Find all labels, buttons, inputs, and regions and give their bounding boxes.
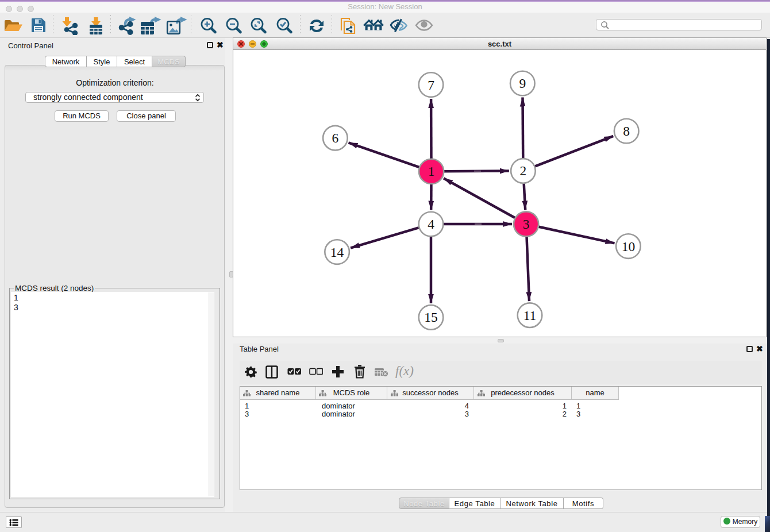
svg-text:7: 7 xyxy=(428,78,434,92)
svg-text:3: 3 xyxy=(523,217,530,232)
svg-text:4: 4 xyxy=(428,217,434,232)
svg-text:6: 6 xyxy=(332,130,339,145)
svg-text:15: 15 xyxy=(424,310,438,325)
svg-text:8: 8 xyxy=(623,124,630,138)
svg-text:1: 1 xyxy=(428,164,435,179)
svg-text:2: 2 xyxy=(520,163,527,178)
svg-text:11: 11 xyxy=(523,308,537,323)
svg-text:14: 14 xyxy=(330,245,344,260)
svg-text:9: 9 xyxy=(519,76,526,91)
svg-text:10: 10 xyxy=(622,239,636,254)
